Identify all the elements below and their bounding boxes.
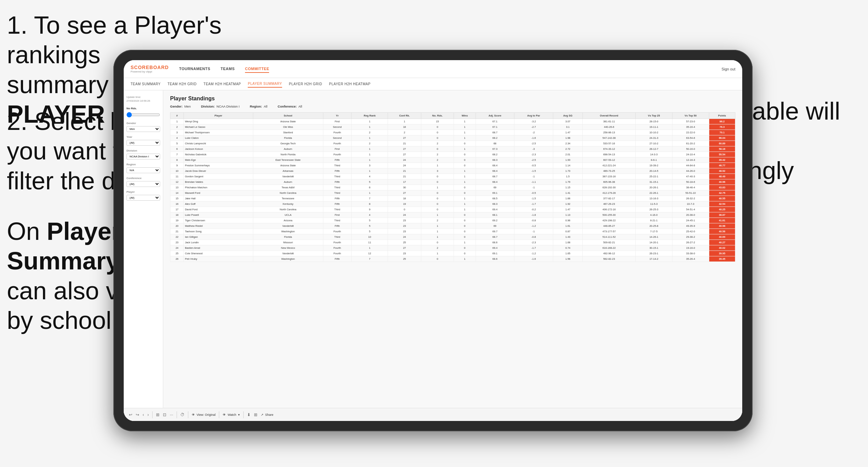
col-overall-record: Overall Record: [583, 113, 636, 119]
filter-conference: Conference: All: [278, 104, 302, 108]
more-icon[interactable]: ···: [170, 412, 173, 417]
table-row[interactable]: 12Brendan ValdesAuburnFifth5170168.4-1.1…: [170, 179, 735, 185]
undo-icon[interactable]: ↩: [129, 412, 132, 417]
tablet-screen: SCOREBOARD Powered by clippi TOURNAMENTS…: [124, 60, 742, 421]
gender-select[interactable]: Men Women: [126, 126, 160, 132]
app-logo-title: SCOREBOARD: [131, 65, 169, 70]
view-label: View: Original: [197, 413, 215, 416]
col-avg-sg: Avg SG: [553, 113, 582, 119]
forward-icon[interactable]: ›: [147, 412, 149, 417]
table-row[interactable]: 11Gordon SargentVanderbiltThird4210168.7…: [170, 174, 735, 179]
filter-gender-value: Men: [184, 104, 190, 108]
sidebar-update: Update time: 27/03/2024 16:56:26: [126, 96, 160, 103]
table-row[interactable]: 19Tiger ChristensenArizonaThird5232069.2…: [170, 218, 735, 223]
redo-icon[interactable]: ↪: [136, 412, 139, 417]
col-points: Points: [709, 113, 735, 119]
division-section: Division NCAA Division I NCAA Division I…: [126, 149, 160, 159]
table-row[interactable]: 10Jacob Dow-SteuerArkansasFifth1213168.4…: [170, 168, 735, 174]
copy-icon[interactable]: ⊞: [156, 412, 159, 417]
table-area: Player Standings Gender: Men Division: N…: [163, 90, 742, 421]
paste-icon[interactable]: ⊡: [163, 412, 166, 417]
year-select[interactable]: (All) First Second Third Fourth Fifth: [126, 140, 160, 146]
table-row[interactable]: 4Luke ClatonFloridaSecond1270168.2-1.61.…: [170, 135, 735, 141]
tablet-device: SCOREBOARD Powered by clippi TOURNAMENTS…: [113, 50, 753, 431]
sub-nav-player-summary[interactable]: PLAYER SUMMARY: [248, 80, 282, 88]
table-row[interactable]: 15Jake HallTennesseeFifth7180168.5-1.51.…: [170, 196, 735, 201]
table-row[interactable]: 22Ian GilliganFloridaThird10241068.7-0.8…: [170, 234, 735, 240]
filter-conference-label: Conference:: [278, 104, 297, 108]
player-select[interactable]: (All): [126, 195, 160, 201]
col-conf-rk: Conf Rk.: [388, 113, 421, 119]
toolbar-view[interactable]: 👁 View: Original: [192, 413, 215, 416]
grid-icon[interactable]: ⊞: [254, 412, 257, 417]
no-rds-slider[interactable]: [126, 112, 160, 118]
year-section: Year (All) First Second Third Fourth Fif…: [126, 135, 160, 146]
nav-sign-out[interactable]: Sign out: [722, 67, 735, 71]
col-rank: #: [170, 113, 184, 119]
back-icon[interactable]: ‹: [143, 412, 144, 417]
region-select[interactable]: N/A All: [126, 167, 160, 173]
annotation-bottom-bold1: PlayerSummary: [7, 218, 121, 275]
table-row[interactable]: 17David FordNorth CarolinaThird900169.4-…: [170, 207, 735, 212]
filter-gender-label: Gender:: [170, 104, 182, 108]
table-row[interactable]: 8Mats EgeEast Tennessee StateFifth124206…: [170, 157, 735, 163]
conference-section: Conference (All): [126, 177, 160, 187]
toolbar-share[interactable]: ↗ Share: [261, 413, 274, 416]
sub-nav-player-h2h-grid[interactable]: PLAYER H2H GRID: [289, 81, 322, 87]
app-navbar: SCOREBOARD Powered by clippi TOURNAMENTS…: [124, 60, 742, 78]
conference-select[interactable]: (All): [126, 181, 160, 187]
table-row[interactable]: 25Cole SherwoodVanderbiltFourth12231069.…: [170, 251, 735, 256]
region-section: Region N/A All: [126, 163, 160, 173]
sub-nav-team-summary[interactable]: TEAM SUMMARY: [131, 81, 161, 87]
sub-navbar: TEAM SUMMARY TEAM H2H GRID TEAM H2H HEAT…: [124, 78, 742, 90]
filter-row: Gender: Men Division: NCAA Division I Re…: [170, 104, 735, 108]
table-row[interactable]: 18Luke PowellUCLAFirst4241068.1-1.81.135…: [170, 212, 735, 218]
table-row[interactable]: 23Jack LundinMissouriFourth11250168.6-2.…: [170, 240, 735, 245]
col-school: School: [253, 113, 323, 119]
nav-item-committee[interactable]: COMMITTEE: [245, 65, 269, 73]
main-content: Update time: 27/03/2024 16:56:26 No Rds.…: [124, 90, 742, 421]
table-row[interactable]: 13Phichaksn MaichonTexas A&MThird6301069…: [170, 185, 735, 190]
table-row[interactable]: 9Preston SummerhaysArizona StateThird324…: [170, 163, 735, 168]
download-icon[interactable]: ⬇: [247, 412, 251, 417]
table-row[interactable]: 21Taehoon SongWashingtonFourth5231069.7-…: [170, 229, 735, 234]
nav-items: TOURNAMENTS TEAMS COMMITTEE: [179, 65, 722, 73]
nav-item-teams[interactable]: TEAMS: [221, 65, 235, 73]
division-select[interactable]: NCAA Division I NCAA Division II NCAA Di…: [126, 154, 160, 159]
table-row[interactable]: 14Maxwell FordNorth CarolinaThird1270069…: [170, 190, 735, 196]
clock-icon[interactable]: ⏱: [180, 412, 185, 417]
nav-item-tournaments[interactable]: TOURNAMENTS: [179, 65, 210, 73]
sub-nav-team-h2h-heatmap[interactable]: TEAM H2H HEATMAP: [203, 81, 241, 87]
bottom-toolbar: ↩ ↪ ‹ › ⊞ ⊡ ··· ⏱ 👁 View: Original 👁 Wa: [124, 408, 742, 421]
no-rds-section: No Rds.: [126, 107, 160, 118]
table-body: 1Wenyi DingArizona StateFirst1115167.1-3…: [170, 119, 735, 262]
player-section: Player (All): [126, 190, 160, 201]
gender-label: Gender: [126, 122, 160, 125]
table-row[interactable]: 3Michael ThorbjornsenStanfordFourth22016…: [170, 130, 735, 135]
table-row[interactable]: 2Michael Le SassoOle MissSecond1180167.1…: [170, 124, 735, 130]
table-row[interactable]: 5Christo LamprechtGeorgia TechFourth2212…: [170, 141, 735, 146]
sub-nav-player-h2h-heatmap[interactable]: PLAYER H2H HEATMAP: [329, 81, 371, 87]
app-logo: SCOREBOARD Powered by clippi: [131, 65, 169, 73]
update-label: Update time:: [126, 96, 141, 99]
table-row[interactable]: 1Wenyi DingArizona StateFirst1115167.1-3…: [170, 119, 735, 124]
table-row[interactable]: 7Nicholas GabrelcikNorth FloridaFourth12…: [170, 152, 735, 157]
year-label: Year: [126, 135, 160, 138]
col-adj-score: Adj. Score: [476, 113, 514, 119]
toolbar-sep-2: [177, 411, 177, 418]
player-table: # Player School Yr Reg Rank Conf Rk. No.…: [170, 112, 735, 262]
col-yr: Yr: [323, 113, 352, 119]
sub-nav-team-h2h-grid[interactable]: TEAM H2H GRID: [168, 81, 197, 87]
col-no-rds: No. Rds.: [421, 113, 454, 119]
col-vs-top25: Vs Top 25: [635, 113, 672, 119]
table-row[interactable]: 26Petr HrubyWashingtonFifth7250168.6-1.6…: [170, 256, 735, 262]
sidebar: Update time: 27/03/2024 16:56:26 No Rds.…: [124, 90, 163, 421]
app-logo-sub: Powered by clippi: [131, 70, 169, 73]
toolbar-watch[interactable]: 👁 Watch ▾: [223, 413, 240, 416]
table-row[interactable]: 24Bastien AmatNew MexicoFourth1272069.4-…: [170, 245, 735, 251]
table-row[interactable]: 16Alex GoffKentuckyFifth8190168.3-1.71.9…: [170, 201, 735, 207]
toolbar-sep-5: [243, 411, 244, 418]
col-avg-to-par: Avg to Par: [514, 113, 553, 119]
table-row[interactable]: 6Jackson KoivunAuburnFirst1270167.3-32.7…: [170, 146, 735, 152]
table-row[interactable]: 20Matthew RiedelVanderbiltFifth5231069-1…: [170, 223, 735, 229]
